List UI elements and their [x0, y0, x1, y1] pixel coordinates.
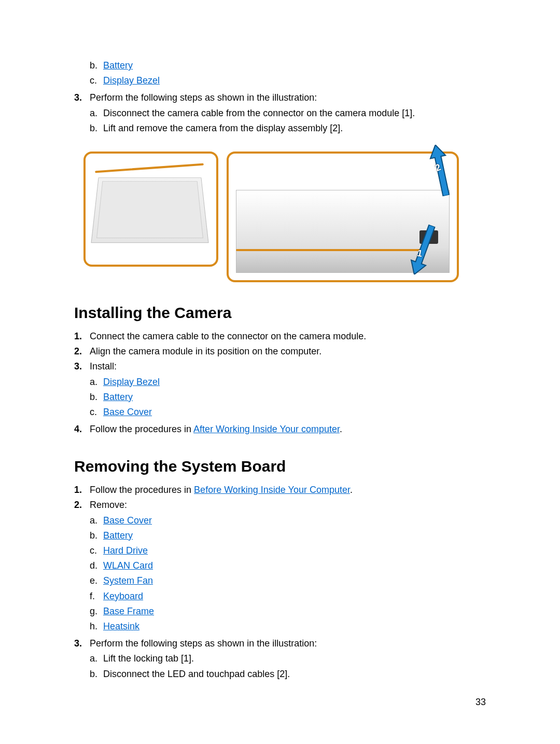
- alpha-marker: f.: [90, 590, 103, 603]
- list-item: 1. Connect the camera cable to the conne…: [74, 330, 486, 343]
- sub-text: Disconnect the camera cable from the con…: [103, 107, 486, 120]
- alpha-marker: b.: [90, 668, 103, 681]
- step-number: 1.: [74, 330, 90, 343]
- link-keyboard[interactable]: Keyboard: [103, 591, 143, 601]
- laptop-lid-shape: [91, 177, 208, 243]
- list-item: b.Battery: [90, 391, 486, 404]
- step-text: Align the camera module in its position …: [90, 346, 321, 356]
- alpha-marker: e.: [90, 574, 103, 587]
- heading-removing-system-board: Removing the System Board: [74, 458, 486, 475]
- install-steps: 1. Connect the camera cable to the conne…: [74, 330, 486, 436]
- alpha-marker: d.: [90, 559, 103, 572]
- step3-sub-list: a. Disconnect the camera cable from the …: [90, 107, 486, 135]
- link-battery[interactable]: Battery: [103, 392, 133, 402]
- link-wlan-card[interactable]: WLAN Card: [103, 560, 153, 571]
- heading-installing-camera: Installing the Camera: [74, 304, 486, 322]
- link-base-frame[interactable]: Base Frame: [103, 606, 154, 616]
- top-alpha-list: b. Battery c. Display Bezel: [90, 59, 486, 87]
- step-number: 1.: [74, 484, 90, 497]
- link-system-fan[interactable]: System Fan: [103, 575, 153, 586]
- link-base-cover[interactable]: Base Cover: [103, 407, 152, 417]
- list-item: c. Display Bezel: [90, 74, 486, 87]
- top-continuation-list: b. Battery c. Display Bezel 3. Perform t…: [74, 57, 486, 137]
- list-item: a. Disconnect the camera cable from the …: [90, 107, 486, 120]
- page: b. Battery c. Display Bezel 3. Perform t…: [0, 0, 560, 744]
- step-number: 2.: [74, 499, 90, 635]
- list-item: 4. Follow the procedures in After Workin…: [74, 423, 486, 436]
- step-3: 3. Perform the following steps as shown …: [74, 91, 486, 137]
- list-item: b. Lift and remove the camera from the d…: [90, 122, 486, 135]
- step-text: Connect the camera cable to the connecto…: [90, 331, 366, 341]
- illustration-row: 1 2: [83, 151, 486, 282]
- list-item: a.Lift the locking tab [1].: [90, 652, 486, 665]
- link-display-bezel[interactable]: Display Bezel: [103, 377, 160, 387]
- remove-step3-sub-list: a.Lift the locking tab [1]. b.Disconnect…: [90, 652, 486, 680]
- page-number: 33: [475, 697, 486, 708]
- list-item: a.Display Bezel: [90, 376, 486, 389]
- remove-sub-list: a.Base Cover b.Battery c.Hard Drive d.WL…: [90, 514, 486, 633]
- step-text: Remove:: [90, 500, 127, 510]
- list-item: c.Base Cover: [90, 406, 486, 419]
- list-item: g.Base Frame: [90, 605, 486, 618]
- list-item: e.System Fan: [90, 574, 486, 587]
- link-battery[interactable]: Battery: [103, 530, 133, 541]
- step-text-before: Follow the procedures in: [90, 485, 194, 495]
- link-hard-drive[interactable]: Hard Drive: [103, 545, 148, 556]
- list-item: b.Disconnect the LED and touchpad cables…: [90, 668, 486, 681]
- step-number: 3.: [74, 91, 90, 137]
- list-item: c.Hard Drive: [90, 544, 486, 557]
- link-base-cover[interactable]: Base Cover: [103, 515, 152, 526]
- link-display-bezel[interactable]: Display Bezel: [103, 75, 160, 86]
- alpha-marker: c.: [90, 544, 103, 557]
- step-number: 3.: [74, 360, 90, 421]
- sub-text: Disconnect the LED and touchpad cables […: [103, 668, 486, 681]
- list-item: 2. Remove: a.Base Cover b.Battery c.Hard…: [74, 499, 486, 635]
- alpha-marker: a.: [90, 376, 103, 389]
- remove-steps: 1. Follow the procedures in Before Worki…: [74, 484, 486, 682]
- list-item: a.Base Cover: [90, 514, 486, 527]
- list-item: b.Battery: [90, 529, 486, 542]
- step-number: 3.: [74, 637, 90, 683]
- alpha-marker: a.: [90, 107, 103, 120]
- list-item: 3. Install: a.Display Bezel b.Battery c.…: [74, 360, 486, 421]
- step-text: Perform the following steps as shown in …: [90, 638, 317, 649]
- link-heatsink[interactable]: Heatsink: [103, 621, 139, 631]
- alpha-marker: h.: [90, 620, 103, 633]
- alpha-marker: c.: [90, 406, 103, 419]
- list-item: 3. Perform the following steps as shown …: [74, 637, 486, 683]
- list-item: 1. Follow the procedures in Before Worki…: [74, 484, 486, 497]
- alpha-marker: a.: [90, 514, 103, 527]
- step-text-after: .: [340, 424, 342, 434]
- alpha-marker: b.: [90, 529, 103, 542]
- illustration-camera-closeup: 1 2: [227, 151, 459, 282]
- install-sub-list: a.Display Bezel b.Battery c.Base Cover: [90, 376, 486, 419]
- link-before-working-inside[interactable]: Before Working Inside Your Computer: [194, 485, 350, 495]
- step-text-before: Follow the procedures in: [90, 424, 193, 434]
- list-item: h.Heatsink: [90, 620, 486, 633]
- alpha-marker: c.: [90, 74, 103, 87]
- alpha-marker: b.: [90, 59, 103, 72]
- alpha-marker: b.: [90, 122, 103, 135]
- illustration-laptop-lid: [83, 151, 218, 267]
- sub-text: Lift the locking tab [1].: [103, 652, 486, 665]
- step-text: Perform the following steps as shown in …: [90, 92, 317, 103]
- list-item: 2. Align the camera module in its positi…: [74, 345, 486, 358]
- list-item: f.Keyboard: [90, 590, 486, 603]
- link-after-working-inside[interactable]: After Working Inside Your computer: [193, 424, 340, 434]
- list-item: d.WLAN Card: [90, 559, 486, 572]
- alpha-marker: a.: [90, 652, 103, 665]
- step-number: 2.: [74, 345, 90, 358]
- sub-text: Lift and remove the camera from the disp…: [103, 122, 486, 135]
- step-number: 4.: [74, 423, 90, 436]
- alpha-marker: b.: [90, 391, 103, 404]
- alpha-marker: g.: [90, 605, 103, 618]
- link-battery[interactable]: Battery: [103, 60, 133, 71]
- step-text-after: .: [350, 485, 353, 495]
- step-text: Install:: [90, 361, 117, 371]
- list-item: b. Battery: [90, 59, 486, 72]
